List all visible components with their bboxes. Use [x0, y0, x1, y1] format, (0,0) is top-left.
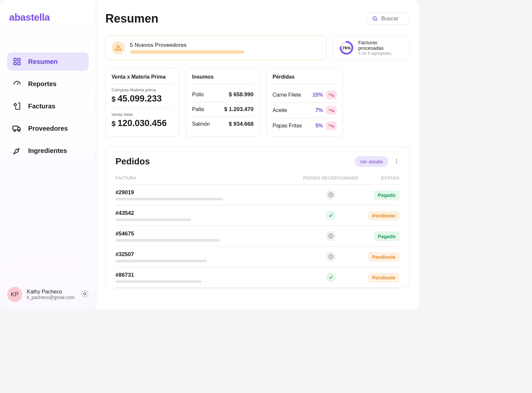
table-row[interactable]: #29019 Pagado: [115, 185, 399, 205]
kpi-title: Venta x Materia Prima: [112, 74, 173, 84]
sidebar-item-facturas[interactable]: Facturas: [7, 97, 89, 115]
status-badge: Pendiente: [368, 273, 399, 282]
sidebar-item-ingredientes[interactable]: Ingredientes: [7, 141, 89, 160]
insumo-row: Palta $ 1.203.470: [192, 102, 254, 117]
view-detail-button[interactable]: Ver detalle: [355, 156, 388, 167]
svg-point-17: [396, 162, 397, 163]
truck-icon: [12, 124, 22, 133]
insumo-name: Pollo: [192, 92, 204, 98]
progress-circle: 76%: [339, 41, 354, 55]
logo: abastella: [7, 12, 89, 23]
loss-name: Papas Fritas: [273, 123, 302, 129]
svg-point-6: [14, 130, 16, 132]
status-badge: Pendiente: [368, 211, 399, 220]
svg-rect-5: [13, 126, 18, 130]
insumo-value: $ 934.668: [229, 121, 254, 127]
insumo-name: Salmón: [192, 121, 210, 127]
sidebar-item-label: Proveedores: [28, 125, 68, 132]
user-name: Kathy Pacheco: [27, 289, 76, 295]
search-input[interactable]: Buscar: [366, 12, 410, 25]
orders-section: Pedidos Ver detalle FACTURA PEDIDO RECEP…: [105, 147, 410, 288]
kpi-net-label: Venta Neta: [112, 112, 173, 117]
svg-point-7: [18, 130, 20, 132]
sidebar-item-label: Facturas: [28, 103, 55, 110]
status-badge: Pagado: [374, 232, 399, 241]
trend-down-icon: [326, 122, 337, 130]
clock-icon: [326, 190, 336, 200]
th-status: ESTADO: [367, 176, 399, 180]
alert-card-providers[interactable]: 5 Nuevos Proveedores: [105, 35, 327, 60]
loss-percent: 15%: [312, 92, 323, 98]
stats-subtitle: 5 de 9 agregadas: [358, 51, 403, 56]
more-vertical-icon[interactable]: [394, 158, 399, 165]
trend-down-icon: [326, 106, 337, 115]
svg-point-15: [396, 159, 397, 160]
sidebar-item-label: Resumen: [28, 58, 58, 66]
gear-icon[interactable]: [81, 290, 89, 299]
avatar[interactable]: KP: [7, 287, 22, 302]
kpi-card-insumos: Insumos Pollo $ 658.990 Palta $ 1.203.47…: [186, 68, 260, 137]
order-progress-bar: [115, 280, 202, 283]
th-invoice: FACTURA: [115, 176, 295, 180]
sidebar: abastella Resumen: [0, 0, 96, 309]
kpi-purchases-value: $45.099.233: [112, 94, 173, 104]
order-id: #43542: [115, 210, 295, 216]
loss-name: Aceite: [273, 107, 287, 113]
loss-percent: 5%: [315, 123, 323, 129]
clock-icon: [326, 231, 336, 241]
user-section: KP Kathy Pacheco k_pacheco@gmail.com: [7, 287, 89, 302]
table-row[interactable]: #43542 Pendiente: [115, 205, 399, 226]
table-row[interactable]: #86731 Pendiente: [115, 267, 399, 288]
svg-rect-2: [14, 62, 16, 65]
loss-row: Papas Fritas 5%: [273, 118, 337, 130]
insumo-name: Palta: [192, 106, 204, 112]
stats-title: Facturas procesadas: [358, 40, 403, 51]
check-icon: [326, 211, 336, 220]
kpi-title: Insumos: [192, 74, 254, 84]
insumo-row: Pollo $ 658.990: [192, 87, 254, 102]
table-row[interactable]: #32507 Pendiente: [115, 247, 399, 267]
user-email: k_pacheco@gmail.com: [27, 295, 76, 300]
loss-row: Aceite 7%: [273, 103, 337, 118]
insumo-row: Salmón $ 934.668: [192, 117, 254, 127]
check-icon: [326, 272, 336, 282]
alert-icon: [112, 41, 125, 54]
svg-rect-1: [18, 58, 20, 61]
sidebar-item-proveedores[interactable]: Proveedores: [7, 119, 89, 138]
page-title: Resumen: [105, 12, 158, 26]
order-id: #86731: [115, 272, 295, 278]
sidebar-item-label: Ingredientes: [28, 147, 67, 155]
status-badge: Pendiente: [368, 252, 399, 262]
order-id: #32507: [115, 251, 295, 258]
gauge-icon: [12, 79, 22, 88]
svg-rect-3: [18, 62, 20, 65]
loss-name: Carne Filete: [273, 92, 301, 98]
sidebar-item-resumen[interactable]: Resumen: [7, 52, 89, 71]
loss-percent: 7%: [315, 107, 323, 113]
order-id: #54675: [115, 231, 295, 237]
main-content: Resumen Buscar 5 Nuevo: [96, 0, 419, 309]
order-progress-bar: [115, 239, 220, 242]
svg-line-10: [376, 20, 377, 21]
sidebar-item-label: Reportes: [28, 80, 57, 88]
svg-point-8: [84, 293, 86, 295]
insumo-value: $ 658.990: [229, 91, 254, 98]
order-progress-bar: [115, 198, 223, 200]
sidebar-item-reportes[interactable]: Reportes: [7, 75, 89, 93]
kpi-card-sales: Venta x Materia Prima Compras Materia pr…: [105, 68, 179, 137]
svg-line-4: [17, 83, 18, 84]
table-row[interactable]: #54675 Pagado: [115, 226, 399, 247]
order-progress-bar: [115, 218, 191, 221]
search-label: Buscar: [381, 15, 399, 22]
alert-title: 5 Nuevos Proveedores: [130, 42, 320, 48]
status-badge: Pagado: [374, 190, 399, 200]
invoice-icon: [12, 102, 22, 111]
user-info: Kathy Pacheco k_pacheco@gmail.com: [27, 289, 76, 300]
search-icon: [372, 16, 378, 22]
orders-title: Pedidos: [115, 157, 150, 167]
order-id: #29019: [115, 189, 295, 196]
kpi-title: Pérdidas: [273, 74, 337, 84]
kpi-purchases-label: Compras Materia prima: [112, 87, 173, 92]
stats-card-invoices[interactable]: 76% Facturas procesadas 5 de 9 agregadas: [333, 35, 410, 60]
svg-point-9: [373, 17, 377, 20]
